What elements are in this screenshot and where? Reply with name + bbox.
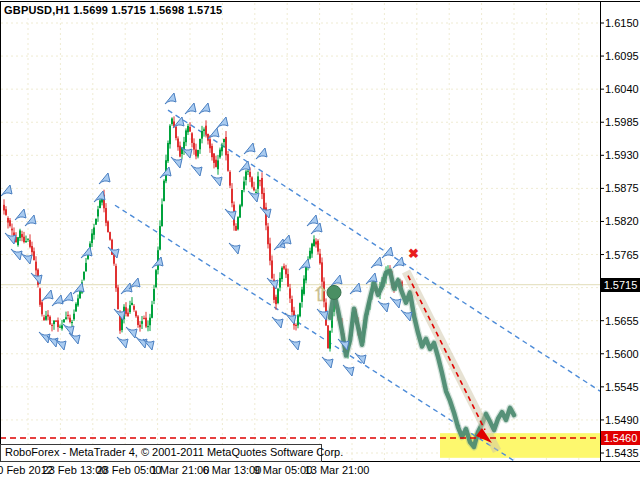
left-border: [0, 1, 1, 461]
price-tick-label: 1.6150: [605, 17, 639, 29]
fractal-up-icon: [1, 185, 12, 196]
fractal-up-icon: [371, 257, 382, 268]
fractal-up-icon: [256, 148, 267, 159]
price-tick-label: 1.5600: [605, 348, 639, 360]
price-tick-label: 1.5765: [605, 249, 639, 261]
hollow-up-arrow-icon: ⇧: [312, 283, 329, 305]
price-tick-label: 1.6040: [605, 83, 639, 95]
fractal-up-icon: [42, 290, 53, 301]
fractal-down-icon: [211, 175, 222, 186]
price-tick-label: 1.5930: [605, 149, 639, 161]
price-tick-label: 1.5545: [605, 381, 639, 393]
fractal-down-icon: [126, 327, 137, 338]
fractal-up-icon: [15, 209, 26, 220]
invalidation-x-icon[interactable]: ✖: [408, 246, 419, 261]
fractal-up-icon: [274, 239, 285, 250]
fractal-up-icon: [25, 215, 36, 226]
fractal-down-icon: [191, 165, 202, 176]
fractal-down-icon: [69, 333, 80, 344]
fractal-down-icon: [229, 243, 240, 254]
fractal-up-icon: [81, 247, 92, 258]
fractal-down-icon: [390, 297, 401, 308]
fractal-down-icon: [378, 301, 389, 312]
time-tick-label: 1 Mar 21:00: [151, 464, 210, 476]
copyright-notice: RoboForex - MetaTrader 4, © 2001-2011 Me…: [0, 444, 322, 462]
fractal-up-icon: [393, 257, 404, 268]
top-border: [0, 1, 640, 2]
price-tick-label: 1.5490: [605, 414, 639, 426]
price-tick-label: 1.5820: [605, 215, 639, 227]
fractal-up-icon: [199, 103, 210, 114]
fractal-up-icon: [165, 93, 176, 104]
fractal-down-icon: [171, 157, 182, 168]
price-tick-label: 1.6095: [605, 50, 639, 62]
fractal-up-icon: [382, 247, 393, 258]
price-tick-label: 1.5655: [605, 315, 639, 327]
grid: [1, 3, 600, 461]
fractal-up-icon: [52, 295, 63, 306]
fractal-down-icon: [289, 339, 300, 350]
forecast-band: [406, 272, 497, 451]
fractal-up-icon: [311, 223, 322, 234]
time-tick-label: 9 Mar 05:00: [254, 464, 313, 476]
chart-title-ohlc: GBPUSD,H1 1.5699 1.5715 1.5698 1.5715: [4, 4, 222, 16]
chart-canvas[interactable]: ⇧✖: [0, 0, 640, 480]
target-price-badge: 1.5460: [601, 431, 640, 445]
price-axis-separator: [600, 1, 601, 461]
fractal-up-icon: [244, 143, 255, 154]
mt4-chart-window: ⇧✖ GBPUSD,H1 1.5699 1.5715 1.5698 1.5715…: [0, 0, 640, 480]
fractal-up-icon: [208, 128, 219, 139]
fractal-up-icon: [307, 215, 318, 226]
fractal-down-icon: [343, 365, 354, 376]
fractal-up-icon: [99, 173, 110, 184]
current-price-badge: 1.5715: [601, 278, 640, 292]
fractal-up-icon: [129, 278, 140, 289]
fractal-down-icon: [322, 357, 333, 368]
fractal-down-icon: [248, 191, 259, 202]
fractal-down-icon: [272, 317, 283, 328]
fractal-up-icon: [62, 292, 73, 303]
price-tick-label: 1.5985: [605, 116, 639, 128]
entry-dot-marker[interactable]: [327, 285, 341, 299]
fractal-down-icon: [117, 337, 128, 348]
price-tick-label: 1.5435: [605, 447, 639, 459]
price-tick-label: 1.5875: [605, 182, 639, 194]
time-tick-label: 13 Mar 21:00: [305, 464, 370, 476]
time-tick-label: 6 Mar 13:00: [203, 464, 262, 476]
